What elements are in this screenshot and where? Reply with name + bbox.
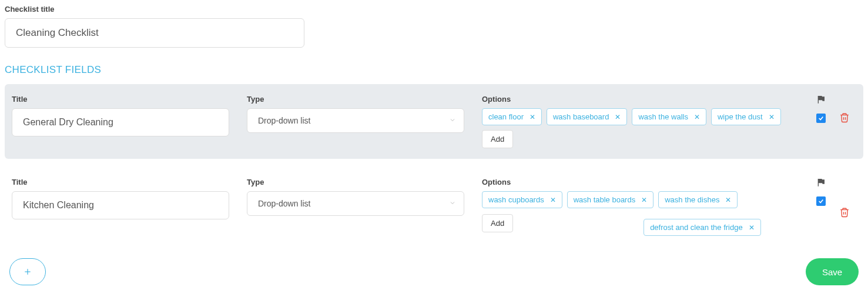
option-tag[interactable]: wash the walls ✕ <box>632 108 706 125</box>
add-option-button[interactable]: Add <box>482 130 513 148</box>
option-tag-label: defrost and clean the fridge <box>650 223 743 232</box>
checklist-title-input[interactable] <box>5 18 304 48</box>
remove-tag-icon[interactable]: ✕ <box>769 113 775 121</box>
flag-icon[interactable] <box>816 95 826 106</box>
col-title-label: Title <box>12 178 235 186</box>
field-type-select[interactable]: Drop-down list <box>247 108 464 133</box>
option-tag-label: wash the walls <box>638 112 688 121</box>
option-tag-label: clean floor <box>488 112 524 121</box>
field-type-select[interactable]: Drop-down list <box>247 191 464 216</box>
option-tag[interactable]: clean floor ✕ <box>482 108 542 125</box>
option-tag[interactable]: wash table boards ✕ <box>567 191 654 208</box>
field-row: Title Type Drop-down list Options wash c… <box>5 167 863 246</box>
option-tag-label: wash table boards <box>574 195 636 204</box>
required-checkbox[interactable] <box>816 196 826 206</box>
required-checkbox[interactable] <box>816 114 826 123</box>
remove-tag-icon[interactable]: ✕ <box>615 113 621 121</box>
field-row: Title Type Drop-down list Options clean … <box>5 84 863 159</box>
option-tag-label: wash baseboard <box>553 112 609 121</box>
save-button[interactable]: Save <box>806 258 859 285</box>
remove-tag-icon[interactable]: ✕ <box>749 224 755 232</box>
add-field-button[interactable] <box>9 258 46 285</box>
add-option-button[interactable]: Add <box>482 214 513 232</box>
delete-icon[interactable] <box>839 112 850 125</box>
flag-icon[interactable] <box>816 178 826 189</box>
option-tag-label: wash the dishes <box>665 195 719 204</box>
remove-tag-icon[interactable]: ✕ <box>550 196 556 204</box>
option-tag-label: wipe the dust <box>718 112 763 121</box>
checklist-title-label: Checklist title <box>5 5 863 14</box>
remove-tag-icon[interactable]: ✕ <box>641 196 647 204</box>
option-tag-label: wash cupboards <box>488 195 544 204</box>
option-tag[interactable]: wash the dishes ✕ <box>658 191 738 208</box>
option-tag[interactable]: wipe the dust ✕ <box>711 108 781 125</box>
remove-tag-icon[interactable]: ✕ <box>694 113 700 121</box>
field-title-input[interactable] <box>12 191 229 219</box>
delete-icon[interactable] <box>839 207 850 220</box>
remove-tag-icon[interactable]: ✕ <box>529 113 535 121</box>
option-tag[interactable]: wash baseboard ✕ <box>547 108 627 125</box>
option-tag[interactable]: wash cupboards ✕ <box>482 191 562 208</box>
col-type-label: Type <box>247 178 470 186</box>
section-heading: CHECKLIST FIELDS <box>5 64 863 76</box>
option-tag[interactable]: defrost and clean the fridge ✕ <box>644 219 761 236</box>
col-type-label: Type <box>247 95 470 104</box>
col-options-label: Options <box>482 95 803 104</box>
field-title-input[interactable] <box>12 108 229 136</box>
col-title-label: Title <box>12 95 235 104</box>
remove-tag-icon[interactable]: ✕ <box>725 196 731 204</box>
col-options-label: Options <box>482 178 803 186</box>
